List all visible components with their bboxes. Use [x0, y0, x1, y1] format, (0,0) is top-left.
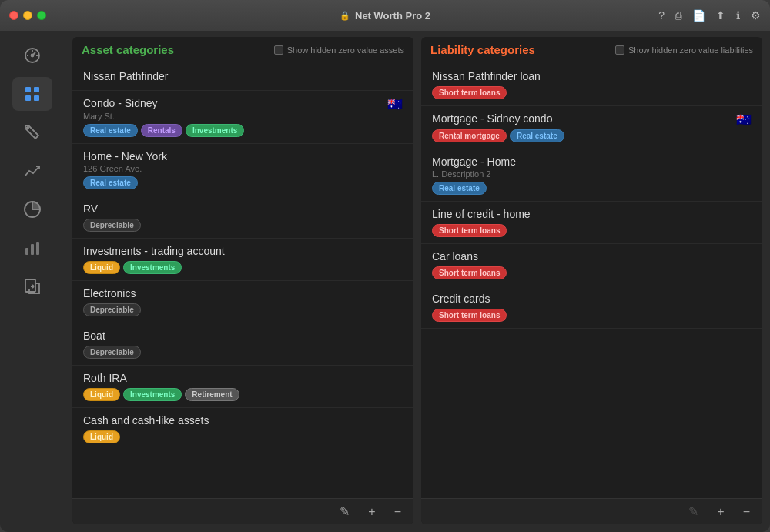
tag-rentals[interactable]: Rentals: [141, 124, 182, 137]
list-item[interactable]: BoatDepreciable: [72, 323, 413, 366]
titlebar-title-group: 🔒 Net Worth Pro 2: [340, 10, 430, 22]
list-item[interactable]: Nissan Pathfinder loanShort term loans: [421, 64, 762, 106]
item-tags: Real estate: [83, 176, 403, 189]
tag-depreciable[interactable]: Depreciable: [83, 219, 141, 232]
tag-liquid[interactable]: Liquid: [83, 388, 120, 401]
tag-short-term-loans[interactable]: Short term loans: [432, 266, 507, 279]
tag-depreciable[interactable]: Depreciable: [83, 346, 141, 359]
print-icon[interactable]: ⎙: [675, 9, 681, 22]
help-icon[interactable]: ?: [658, 9, 665, 22]
sidebar-item-dashboard[interactable]: [12, 38, 52, 72]
info-icon[interactable]: ℹ: [736, 9, 740, 22]
list-item[interactable]: Mortgage - HomeL. Description 2Real esta…: [421, 149, 762, 202]
list-item[interactable]: Investments - trading accountLiquidInves…: [72, 239, 413, 281]
tag-investments[interactable]: Investments: [123, 388, 182, 401]
svg-rect-4: [25, 95, 31, 101]
assets-list: Nissan PathfinderCondo - Sidney🇦🇺Mary St…: [72, 61, 413, 498]
tag-liquid[interactable]: Liquid: [83, 430, 120, 443]
main-layout: Asset categories Show hidden zero value …: [0, 31, 770, 532]
maximize-button[interactable]: [37, 11, 46, 20]
sidebar-item-trends[interactable]: [12, 154, 52, 188]
tag-short-term-loans[interactable]: Short term loans: [432, 309, 507, 322]
item-tags: Depreciable: [83, 346, 403, 359]
item-name: Car loans: [432, 250, 478, 263]
minimize-button[interactable]: [23, 11, 32, 20]
tag-real-estate[interactable]: Real estate: [510, 129, 564, 142]
liabilities-show-hidden[interactable]: Show hidden zero value liabilities: [615, 45, 753, 55]
svg-rect-12: [36, 242, 39, 255]
liabilities-add-button[interactable]: +: [712, 502, 728, 522]
list-item[interactable]: Mortgage - Sidney condo🇦🇺Rental mortgage…: [421, 106, 762, 149]
assets-show-hidden-checkbox[interactable]: [274, 45, 283, 55]
svg-point-6: [27, 127, 28, 129]
assets-show-hidden[interactable]: Show hidden zero value assets: [274, 45, 404, 55]
close-button[interactable]: [9, 11, 18, 20]
liabilities-list: Nissan Pathfinder loanShort term loansMo…: [421, 61, 762, 498]
item-tags: Short term loans: [432, 266, 752, 279]
sidebar-item-categories[interactable]: [12, 77, 52, 111]
share-icon[interactable]: ⬆: [716, 9, 725, 22]
settings-icon[interactable]: ⚙: [751, 9, 761, 22]
tag-short-term-loans[interactable]: Short term loans: [432, 86, 507, 99]
list-item[interactable]: Condo - Sidney🇦🇺Mary St.Real estateRenta…: [72, 91, 413, 144]
list-item[interactable]: Cash and cash-like assetsLiquid: [72, 408, 413, 450]
document-icon[interactable]: 📄: [692, 9, 705, 22]
sidebar-item-tags[interactable]: [12, 115, 52, 149]
tag-investments[interactable]: Investments: [186, 124, 244, 137]
item-tags: Short term loans: [432, 224, 752, 237]
svg-rect-2: [25, 87, 31, 92]
list-item[interactable]: ElectronicsDepreciable: [72, 281, 413, 323]
liabilities-edit-button[interactable]: ✎: [684, 501, 703, 522]
assets-panel: Asset categories Show hidden zero value …: [72, 37, 413, 524]
list-item[interactable]: Line of credit - homeShort term loans: [421, 202, 762, 244]
item-name: Mortgage - Sidney condo: [432, 112, 552, 125]
assets-panel-footer: ✎ + −: [72, 498, 413, 524]
sidebar-item-barchart[interactable]: [12, 231, 52, 265]
tag-real-estate[interactable]: Real estate: [83, 124, 138, 137]
tag-retirement[interactable]: Retirement: [185, 388, 239, 401]
tag-real-estate[interactable]: Real estate: [432, 182, 487, 195]
item-name: Nissan Pathfinder loan: [432, 70, 541, 82]
lock-icon: 🔒: [340, 11, 350, 21]
traffic-lights: [9, 11, 46, 20]
tag-liquid[interactable]: Liquid: [83, 261, 120, 274]
liabilities-show-hidden-checkbox[interactable]: [615, 45, 624, 55]
assets-panel-header: Asset categories Show hidden zero value …: [72, 37, 413, 61]
liabilities-show-hidden-label: Show hidden zero value liabilities: [628, 45, 753, 55]
list-item[interactable]: Nissan Pathfinder: [72, 64, 413, 91]
svg-rect-11: [31, 244, 34, 255]
list-item[interactable]: Roth IRALiquidInvestmentsRetirement: [72, 366, 413, 408]
tag-depreciable[interactable]: Depreciable: [83, 303, 141, 316]
list-item[interactable]: RVDepreciable: [72, 196, 413, 239]
tag-real-estate[interactable]: Real estate: [83, 176, 138, 189]
item-name: Condo - Sidney: [83, 97, 158, 109]
list-item[interactable]: Credit cardsShort term loans: [421, 286, 762, 329]
item-tags: LiquidInvestmentsRetirement: [83, 388, 403, 401]
sidebar-item-export[interactable]: [12, 269, 52, 303]
item-name: Home - New York: [83, 150, 167, 162]
svg-rect-10: [25, 248, 28, 255]
item-subtitle: L. Description 2: [432, 169, 752, 179]
sidebar-item-piechart[interactable]: [12, 192, 52, 226]
tag-investments[interactable]: Investments: [123, 261, 182, 274]
list-item[interactable]: Car loansShort term loans: [421, 244, 762, 286]
item-name: Roth IRA: [83, 372, 127, 384]
assets-add-button[interactable]: +: [363, 502, 380, 522]
assets-remove-button[interactable]: −: [390, 502, 406, 522]
liabilities-remove-button[interactable]: −: [738, 502, 755, 522]
item-name: Investments - trading account: [83, 245, 225, 257]
svg-point-1: [32, 55, 34, 57]
content-spacer: [65, 31, 770, 37]
tag-rental-mortgage[interactable]: Rental mortgage: [432, 129, 507, 142]
tag-short-term-loans[interactable]: Short term loans: [432, 224, 507, 237]
list-item[interactable]: Home - New York126 Green Ave.Real estate: [72, 144, 413, 196]
liabilities-panel-header: Liability categories Show hidden zero va…: [421, 37, 762, 61]
item-flag: 🇦🇺: [387, 97, 403, 112]
liabilities-panel-title: Liability categories: [430, 43, 535, 56]
item-tags: Real estateRentalsInvestments: [83, 124, 403, 137]
item-tags: Rental mortgageReal estate: [432, 129, 752, 142]
content-area: Asset categories Show hidden zero value …: [65, 31, 770, 532]
item-tags: Depreciable: [83, 303, 403, 316]
item-tags: Short term loans: [432, 309, 752, 322]
assets-edit-button[interactable]: ✎: [335, 501, 354, 522]
